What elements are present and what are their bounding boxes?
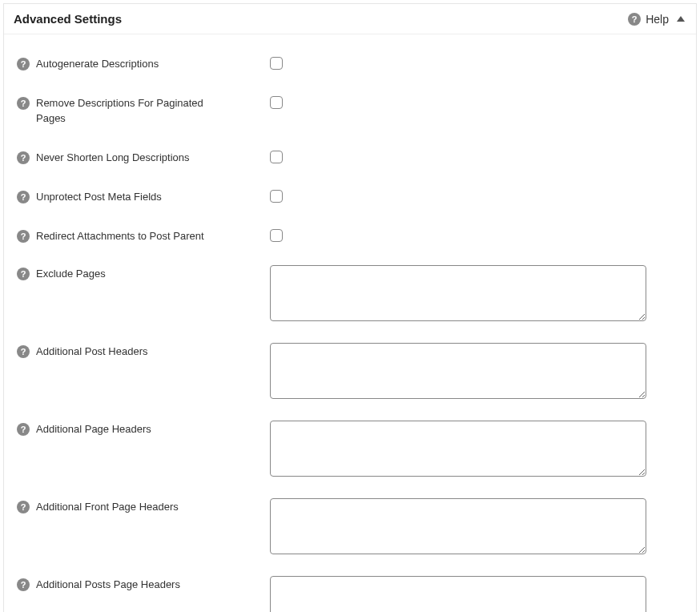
help-icon[interactable]: ? [17, 151, 30, 164]
checkbox-unprotect-meta[interactable] [270, 190, 283, 203]
textarea-additional-front-page-headers[interactable] [270, 498, 646, 554]
label-autogenerate-descriptions: Autogenerate Descriptions [36, 57, 159, 72]
textarea-additional-post-headers[interactable] [270, 343, 646, 399]
svg-text:?: ? [21, 425, 26, 434]
help-icon[interactable]: ? [17, 423, 30, 436]
label-exclude-pages: Exclude Pages [36, 267, 106, 282]
help-icon[interactable]: ? [17, 58, 30, 70]
label-never-shorten: Never Shorten Long Descriptions [36, 151, 190, 166]
label-redirect-attachments: Redirect Attachments to Post Parent [36, 229, 204, 244]
checkbox-redirect-attachments[interactable] [270, 229, 283, 242]
caret-up-icon [677, 16, 685, 22]
row-additional-posts-page-headers: ? Additional Posts Page Headers [17, 566, 685, 612]
svg-text:?: ? [21, 99, 26, 108]
form-body: ? Autogenerate Descriptions ? Remove Des… [4, 34, 696, 612]
textarea-additional-posts-page-headers[interactable] [270, 576, 646, 612]
help-icon[interactable]: ? [17, 501, 30, 513]
checkbox-autogenerate-descriptions[interactable] [270, 57, 283, 70]
help-icon[interactable]: ? [17, 345, 30, 358]
help-icon[interactable]: ? [17, 268, 30, 280]
label-additional-post-headers: Additional Post Headers [36, 344, 147, 360]
svg-text:?: ? [632, 14, 638, 24]
help-icon: ? [628, 13, 641, 26]
checkbox-remove-paginated[interactable] [270, 96, 283, 109]
help-icon[interactable]: ? [17, 230, 30, 243]
row-autogenerate-descriptions: ? Autogenerate Descriptions [17, 49, 685, 83]
row-additional-post-headers: ? Additional Post Headers [17, 333, 685, 411]
label-unprotect-meta: Unprotect Post Meta Fields [36, 190, 162, 205]
svg-text:?: ? [21, 347, 26, 356]
help-icon[interactable]: ? [17, 191, 30, 203]
row-additional-front-page-headers: ? Additional Front Page Headers [17, 489, 685, 566]
svg-text:?: ? [21, 232, 26, 241]
row-never-shorten: ? Never Shorten Long Descriptions [17, 138, 685, 177]
help-icon[interactable]: ? [17, 97, 30, 110]
svg-text:?: ? [21, 580, 26, 590]
row-redirect-attachments: ? Redirect Attachments to Post Parent [17, 216, 685, 256]
help-label: Help [646, 13, 669, 26]
textarea-additional-page-headers[interactable] [270, 421, 646, 477]
svg-text:?: ? [21, 59, 26, 69]
label-remove-paginated: Remove Descriptions For Paginated Pages [36, 96, 228, 127]
row-remove-paginated: ? Remove Descriptions For Paginated Page… [17, 83, 685, 138]
panel-header: Advanced Settings ? Help [4, 4, 696, 34]
row-additional-page-headers: ? Additional Page Headers [17, 411, 685, 489]
svg-text:?: ? [21, 269, 26, 279]
svg-text:?: ? [21, 192, 26, 202]
help-icon[interactable]: ? [17, 578, 30, 591]
row-unprotect-meta: ? Unprotect Post Meta Fields [17, 177, 685, 216]
label-additional-page-headers: Additional Page Headers [36, 422, 151, 437]
checkbox-never-shorten[interactable] [270, 151, 283, 163]
svg-text:?: ? [21, 502, 26, 512]
label-additional-front-page-headers: Additional Front Page Headers [36, 500, 179, 515]
panel-title: Advanced Settings [14, 12, 122, 26]
advanced-settings-panel: Advanced Settings ? Help ? Autogenerate … [3, 3, 697, 612]
svg-text:?: ? [21, 153, 26, 163]
textarea-exclude-pages[interactable] [270, 265, 646, 321]
label-additional-posts-page-headers: Additional Posts Page Headers [36, 578, 180, 593]
row-exclude-pages: ? Exclude Pages [17, 256, 685, 333]
help-toggle[interactable]: ? Help [628, 12, 685, 26]
